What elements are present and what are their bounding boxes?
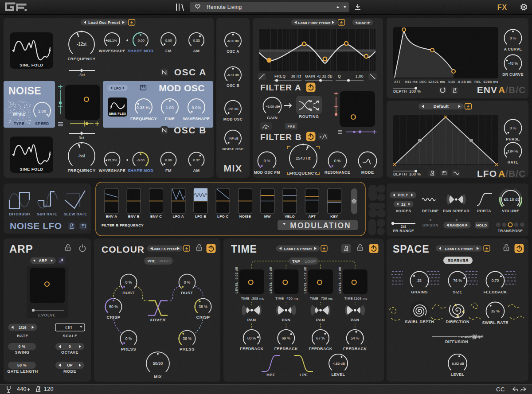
- svg-text:Remote Living: Remote Living: [207, 4, 242, 10]
- svg-text:FX: FX: [497, 4, 507, 11]
- svg-text:440: 440: [17, 386, 27, 392]
- svg-text:CC: CC: [496, 386, 505, 393]
- svg-text:120: 120: [44, 386, 54, 392]
